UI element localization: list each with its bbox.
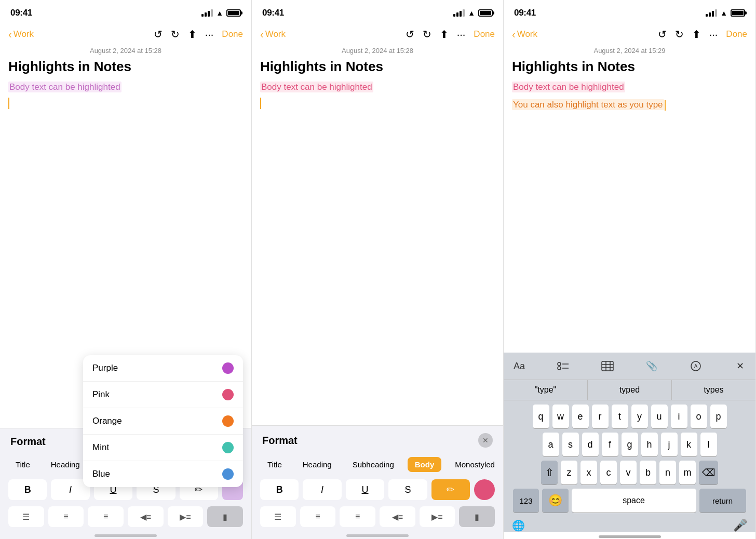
color-option-orange[interactable]: Orange (83, 408, 243, 435)
kb-circle-btn[interactable]: A (686, 357, 705, 375)
nav-back-3[interactable]: ‹ Work (512, 29, 537, 41)
suggestion-typed[interactable]: typed (588, 380, 672, 400)
kb-globe-btn[interactable]: 🌐 (512, 519, 525, 532)
list-ol-btn-1[interactable]: ≡ (48, 506, 84, 527)
kb-d[interactable]: d (582, 433, 599, 456)
more-icon-2[interactable]: ··· (457, 29, 466, 41)
kb-i[interactable]: i (671, 405, 687, 428)
kb-checklist-btn[interactable] (554, 357, 573, 375)
share-icon-2[interactable]: ⬆ (440, 28, 449, 41)
indent-out-btn-2[interactable]: ▶≡ (420, 506, 455, 527)
style-btn-heading-1[interactable]: Heading (44, 457, 87, 472)
kb-e[interactable]: e (572, 405, 589, 428)
done-button-3[interactable]: Done (726, 29, 747, 39)
highlighted-text-2[interactable]: Body text can be highlighted (260, 82, 373, 92)
keyboard-area-3[interactable]: Aa 📎 A ✕ "type" typed types q w (504, 353, 755, 539)
kb-123[interactable]: 123 (513, 489, 538, 513)
color-option-blue[interactable]: Blue (83, 461, 243, 487)
kb-s[interactable]: s (562, 433, 579, 456)
highlight-btn-2[interactable]: ✏ (431, 479, 470, 500)
suggestion-type[interactable]: "type" (504, 380, 588, 400)
note-body-1[interactable]: Body text can be highlighted (0, 81, 251, 93)
kb-emoji[interactable]: 😊 (542, 489, 569, 513)
highlighted-text-3[interactable]: Body text can be highlighted (512, 82, 625, 92)
note-body-extra-3[interactable]: You can also highlight text as you type (504, 93, 755, 111)
kb-k[interactable]: k (681, 433, 697, 456)
style-btn-title-1[interactable]: Title (8, 457, 37, 472)
kb-close-keyboard-btn[interactable]: ✕ (731, 357, 749, 375)
style-btn-title-2[interactable]: Title (260, 457, 289, 472)
kb-shift[interactable]: ⇧ (541, 461, 558, 484)
undo-icon-2[interactable]: ↺ (406, 28, 414, 41)
align-btn-1[interactable]: ◀≡ (128, 506, 164, 527)
kb-w[interactable]: w (552, 405, 569, 428)
highlight-color-btn-2[interactable] (474, 479, 495, 500)
share-icon-3[interactable]: ⬆ (692, 28, 701, 41)
kb-b[interactable]: b (640, 461, 656, 484)
kb-j[interactable]: j (661, 433, 678, 456)
kb-n[interactable]: n (659, 461, 676, 484)
more-icon-3[interactable]: ··· (709, 29, 718, 41)
kb-c[interactable]: c (600, 461, 617, 484)
kb-return[interactable]: return (699, 489, 746, 513)
kb-z[interactable]: z (561, 461, 577, 484)
kb-r[interactable]: r (592, 405, 609, 428)
done-button-2[interactable]: Done (474, 29, 495, 39)
bold-btn-2[interactable]: B (260, 479, 299, 500)
underline-btn-2[interactable]: U (346, 479, 384, 500)
kb-m[interactable]: m (679, 461, 696, 484)
kb-t[interactable]: t (612, 405, 628, 428)
kb-o[interactable]: o (691, 405, 707, 428)
redo-icon-3[interactable]: ↻ (675, 28, 684, 41)
style-btn-body-2[interactable]: Body (408, 457, 442, 472)
style-btn-heading-2[interactable]: Heading (295, 457, 339, 472)
color-option-pink[interactable]: Pink (83, 382, 243, 408)
share-icon-1[interactable]: ⬆ (188, 28, 197, 41)
block-btn-2[interactable]: ▮ (459, 506, 495, 527)
indent-out-btn-1[interactable]: ▶≡ (168, 506, 204, 527)
block-btn-1[interactable]: ▮ (207, 506, 243, 527)
align-btn-2[interactable]: ◀≡ (380, 506, 415, 527)
nav-back-2[interactable]: ‹ Work (260, 29, 286, 41)
indent-in-btn-1[interactable]: ≡ (88, 506, 124, 527)
kb-a[interactable]: a (543, 433, 559, 456)
kb-h[interactable]: h (641, 433, 658, 456)
note-title-1[interactable]: Highlights in Notes (0, 59, 251, 81)
kb-table-btn[interactable] (598, 357, 617, 375)
note-title-3[interactable]: Highlights in Notes (504, 59, 755, 81)
format-close-btn-2[interactable]: ✕ (478, 433, 493, 448)
kb-f[interactable]: f (602, 433, 618, 456)
kb-font-btn[interactable]: Aa (510, 357, 529, 375)
kb-mic-btn[interactable]: 🎤 (733, 519, 747, 532)
kb-u[interactable]: u (651, 405, 668, 428)
note-body-2[interactable]: Body text can be highlighted (252, 81, 503, 93)
redo-icon-2[interactable]: ↻ (423, 28, 431, 41)
color-option-mint[interactable]: Mint (83, 435, 243, 461)
list-ul-btn-2[interactable]: ☰ (260, 506, 296, 527)
kb-delete[interactable]: ⌫ (699, 461, 718, 484)
list-ul-btn-1[interactable]: ☰ (8, 506, 44, 527)
more-icon-1[interactable]: ··· (205, 29, 214, 41)
strikethrough-btn-2[interactable]: S (388, 479, 427, 500)
style-btn-subheading-2[interactable]: Subheading (345, 457, 401, 472)
suggestion-types[interactable]: types (672, 380, 755, 400)
kb-l[interactable]: l (700, 433, 717, 456)
highlighted-text-extra-3[interactable]: You can also highlight text as you type (512, 99, 664, 110)
kb-space[interactable]: space (572, 489, 696, 513)
kb-x[interactable]: x (580, 461, 597, 484)
note-title-2[interactable]: Highlights in Notes (252, 59, 503, 81)
kb-g[interactable]: g (622, 433, 638, 456)
style-btn-monostyled-2[interactable]: Monostyled (448, 457, 502, 472)
undo-icon-3[interactable]: ↺ (658, 28, 667, 41)
kb-q[interactable]: q (533, 405, 549, 428)
kb-v[interactable]: v (620, 461, 637, 484)
bold-btn-1[interactable]: B (8, 479, 47, 500)
nav-back-1[interactable]: ‹ Work (8, 29, 34, 41)
done-button-1[interactable]: Done (222, 29, 243, 39)
indent-in-btn-2[interactable]: ≡ (340, 506, 375, 527)
list-ol-btn-2[interactable]: ≡ (300, 506, 336, 527)
highlighted-text-1[interactable]: Body text can be highlighted (8, 82, 122, 92)
kb-y[interactable]: y (631, 405, 648, 428)
note-body-3[interactable]: Body text can be highlighted (504, 81, 755, 93)
redo-icon-1[interactable]: ↻ (171, 28, 180, 41)
